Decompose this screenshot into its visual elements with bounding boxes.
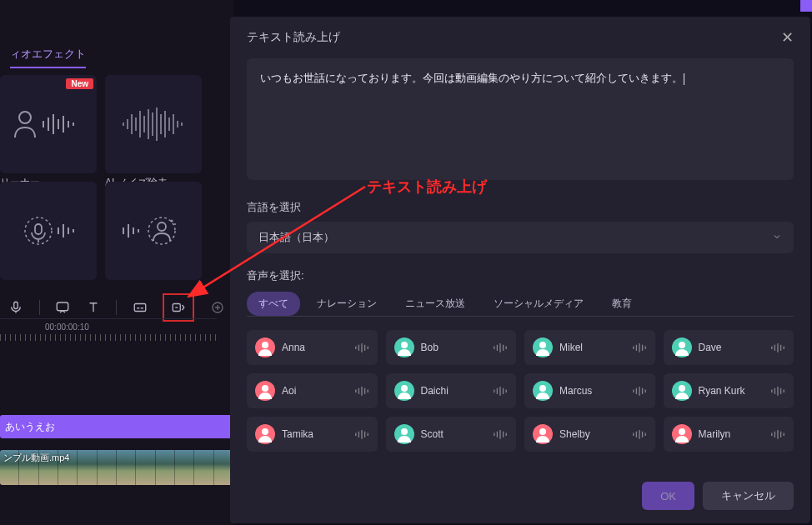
text-icon[interactable] (86, 298, 102, 317)
voice-card[interactable]: Tamika (247, 417, 378, 452)
effect-card[interactable] (105, 182, 202, 280)
effect-card[interactable]: Newリーナー (0, 75, 97, 173)
subtitle-icon[interactable] (132, 298, 148, 317)
magic-icon[interactable] (209, 298, 225, 317)
svg-point-36 (174, 223, 176, 225)
tts-icon[interactable] (163, 293, 194, 322)
wave-icon (770, 342, 785, 353)
svg-point-78 (401, 385, 408, 392)
language-select[interactable]: 日本語（日本） (247, 222, 794, 253)
avatar-icon (533, 424, 553, 444)
svg-point-85 (539, 385, 546, 392)
wave-icon (493, 385, 508, 397)
svg-point-113 (539, 428, 546, 435)
person-wave-icon (12, 103, 85, 145)
dialog-footer: OK キャンセル (642, 482, 794, 510)
person-circle-wave-icon (117, 210, 190, 252)
voice-card[interactable]: Mikel (524, 330, 655, 365)
svg-point-0 (19, 112, 31, 123)
divider (116, 300, 117, 315)
avatar-icon (255, 424, 275, 444)
voice-name: Anna (282, 342, 348, 353)
language-label: 言語を選択 (247, 200, 794, 215)
avatar-icon (672, 338, 692, 358)
wave-icon (632, 342, 647, 353)
waveform-icon (117, 103, 190, 145)
voice-card[interactable]: Aoi (247, 373, 378, 408)
voice-card[interactable]: Dave (664, 330, 794, 365)
avatar-icon (533, 338, 553, 358)
voice-tab[interactable]: ナレーション (305, 292, 388, 316)
tts-text-value: いつもお世話になっております。今回は動画編集のやり方について紹介していきます。 (260, 72, 683, 84)
mic-icon[interactable] (8, 298, 24, 317)
svg-rect-39 (134, 304, 146, 312)
tab-audio-effects[interactable]: ィオエフェクト (0, 43, 96, 68)
close-icon[interactable]: ✕ (781, 28, 794, 47)
wave-icon (770, 428, 785, 440)
voice-card[interactable]: Anna (247, 330, 378, 365)
effect-card-grid: NewリーナーAI ノイズ除去 (0, 75, 233, 280)
wave-icon (354, 385, 369, 397)
voice-name: Shelby (559, 428, 625, 440)
svg-point-120 (679, 428, 685, 435)
avatar-icon (394, 338, 414, 358)
voice-tab[interactable]: すべて (247, 292, 300, 316)
voice-name: Tamika (282, 428, 348, 440)
voice-name: Marilyn (699, 428, 764, 440)
avatar-icon (672, 424, 692, 444)
voice-card[interactable]: Shelby (524, 417, 655, 452)
timeline-text-clip[interactable]: あいうえお (0, 415, 233, 438)
voice-card[interactable]: Marilyn (664, 417, 794, 452)
timeline-toolbar (0, 283, 233, 332)
voice-name: Daichi (421, 385, 487, 397)
voice-tab[interactable]: ソーシャルメディア (482, 292, 595, 316)
timeline-video-clip[interactable]: ンプル動画.mp4 (0, 450, 233, 485)
svg-point-99 (262, 428, 268, 435)
svg-point-43 (262, 342, 268, 348)
text-clip-label: あいうえお (5, 420, 55, 434)
voice-tab[interactable]: 教育 (600, 292, 644, 316)
svg-point-35 (171, 220, 173, 222)
voice-label: 音声を選択: (247, 268, 794, 283)
timeline-ruler: 00:00:00:10 (0, 318, 217, 322)
voice-tab[interactable]: ニュース放送 (393, 292, 477, 316)
wave-icon (493, 428, 508, 440)
voice-card[interactable]: Daichi (386, 373, 517, 408)
ok-button[interactable]: OK (642, 482, 694, 510)
effect-card[interactable] (0, 182, 97, 280)
avatar-icon (394, 381, 414, 401)
tts-text-input[interactable]: いつもお世話になっております。今回は動画編集のやり方について紹介していきます。 (247, 58, 794, 180)
wave-icon (632, 428, 647, 440)
wave-icon (632, 385, 647, 397)
wave-icon (354, 342, 369, 353)
speech-icon[interactable] (55, 298, 71, 317)
voice-card[interactable]: Scott (386, 417, 517, 452)
avatar-icon (672, 381, 692, 401)
voice-name: Dave (699, 342, 764, 353)
chevron-down-icon (772, 232, 782, 244)
voice-grid: AnnaBobMikelDaveAoiDaichiMarcusRyan Kurk… (247, 330, 794, 452)
voice-name: Bob (421, 342, 487, 353)
voice-name: Marcus (559, 385, 625, 397)
badge-new: New (66, 78, 93, 89)
effect-card[interactable]: AI ノイズ除去 (105, 75, 202, 173)
voice-name: Aoi (282, 385, 348, 397)
svg-point-106 (401, 428, 408, 435)
wave-icon (493, 342, 508, 353)
cancel-button[interactable]: キャンセル (703, 482, 794, 510)
annotation-label: テキスト読み上げ (367, 177, 487, 197)
svg-point-71 (262, 385, 268, 392)
svg-rect-38 (57, 302, 68, 311)
accent-bar (800, 0, 812, 12)
avatar-icon (533, 381, 553, 401)
wave-icon (770, 385, 785, 397)
divider (39, 300, 40, 315)
ruler-ticks (0, 334, 217, 341)
voice-card[interactable]: Marcus (524, 373, 655, 408)
voice-card[interactable]: Bob (386, 330, 517, 365)
svg-rect-24 (35, 224, 42, 234)
voice-card[interactable]: Ryan Kurk (664, 373, 794, 408)
timecode: 00:00:00:10 (45, 322, 89, 332)
svg-point-34 (158, 222, 166, 231)
text-cursor (684, 73, 684, 85)
